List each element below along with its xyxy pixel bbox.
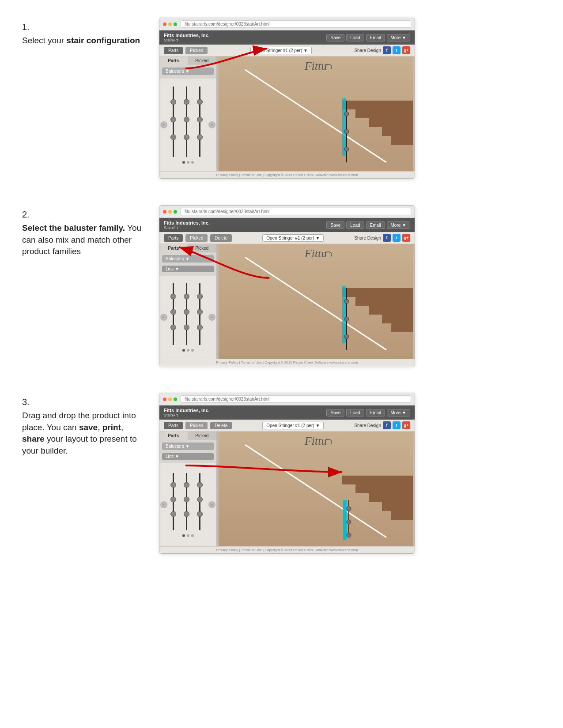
- app-logo-2: Fitts Industries, Inc. StainArt: [164, 220, 210, 230]
- svg-point-64: [197, 511, 202, 517]
- twitter-icon-2[interactable]: t: [393, 234, 401, 242]
- app-logo-3: Fitts Industries, Inc. StainArt: [164, 408, 210, 417]
- parts-btn-2[interactable]: Parts: [164, 234, 183, 242]
- email-btn-3[interactable]: Email: [366, 409, 385, 417]
- nav-left-3[interactable]: ‹: [160, 501, 167, 508]
- svg-point-2: [170, 99, 176, 105]
- svg-point-50: [344, 317, 349, 321]
- dot-3-a: [182, 534, 185, 537]
- svg-point-28: [170, 294, 176, 299]
- delete-btn-3[interactable]: Delete: [210, 422, 232, 429]
- more-btn-3[interactable]: More ▼: [387, 409, 410, 417]
- balusters-dropdown-3[interactable]: Balusters ▼: [162, 443, 214, 450]
- svg-point-30: [170, 325, 176, 330]
- app-content-1: Parts Picked Balusters ▼ ‹: [159, 56, 415, 171]
- browser-2: fitu.stairarls.com/designer/0023stairArt…: [159, 205, 415, 366]
- nav-right-1[interactable]: ›: [208, 121, 215, 128]
- load-btn-2[interactable]: Load: [346, 221, 364, 229]
- dot-1-c: [191, 161, 194, 164]
- app-header-2: Fitts Industries, Inc. StainArt Save Loa…: [159, 218, 415, 232]
- step-2-title: Select the baluster family. You can also…: [22, 222, 146, 258]
- app-header-btns-1: Save Load Email More ▼: [326, 34, 410, 41]
- dot-indicators-1: [182, 159, 194, 165]
- svg-point-77: [347, 533, 351, 537]
- share-label-2: Share Design: [354, 236, 381, 240]
- app-content-3: Parts Picked Balusters ▼ Linz ▼ ‹: [159, 432, 415, 546]
- svg-rect-46: [391, 323, 413, 332]
- svg-point-32: [184, 294, 189, 299]
- step-3-print: print: [102, 423, 121, 432]
- svg-rect-72: [391, 511, 413, 520]
- dot-3-b: [187, 534, 189, 537]
- app-logo-1: Fitts Industries, Inc. StainArt: [164, 33, 210, 42]
- svg-point-56: [170, 511, 176, 517]
- panel-tab-parts-3[interactable]: Parts: [159, 432, 188, 440]
- balusters-svg-2: [168, 281, 208, 347]
- svg-rect-68: [342, 476, 413, 484]
- step-3-title: Drag and drop the product into place. Yo…: [22, 410, 146, 457]
- load-btn-3[interactable]: Load: [346, 409, 364, 417]
- picked-btn-3[interactable]: Picked: [185, 422, 208, 429]
- share-design-2: Share Design f t g+: [354, 234, 410, 242]
- baluster-list-1: ‹: [159, 79, 216, 171]
- svg-point-59: [184, 497, 189, 502]
- gplus-icon-1[interactable]: g+: [402, 46, 410, 54]
- svg-point-8: [184, 135, 189, 140]
- left-panel-3: Parts Picked Balusters ▼ Linz ▼ ‹: [159, 432, 217, 546]
- svg-rect-18: [369, 118, 413, 127]
- svg-rect-45: [382, 315, 413, 323]
- gplus-icon-2[interactable]: g+: [402, 234, 410, 242]
- facebook-icon-2[interactable]: f: [383, 234, 391, 242]
- save-btn-3[interactable]: Save: [326, 409, 344, 417]
- browser-url-2: fitu.stairarls.com/designer/0023stairArt…: [181, 208, 411, 215]
- facebook-icon-1[interactable]: f: [383, 46, 391, 54]
- step-3-arrow: [181, 450, 349, 481]
- nav-right-2[interactable]: ›: [208, 314, 215, 321]
- step-1-screenshot: fitu.stairarls.com/designer/0023stairArt…: [159, 18, 541, 179]
- svg-rect-19: [382, 127, 413, 136]
- browser-dots-1: [163, 23, 177, 26]
- svg-point-29: [170, 309, 176, 315]
- dot-red-3: [163, 398, 166, 401]
- twitter-icon-1[interactable]: t: [393, 46, 401, 54]
- svg-point-76: [347, 520, 351, 524]
- app-logo-sub-2: StainArt: [164, 225, 210, 230]
- panel-tab-picked-3[interactable]: Picked: [188, 432, 217, 440]
- browser-url-3: fitu.stairarls.com/designer/0023stairArt…: [181, 395, 411, 403]
- email-btn-1[interactable]: Email: [366, 34, 385, 41]
- delete-btn-2[interactable]: Delete: [210, 234, 232, 242]
- stringer-dropdown-2[interactable]: Open Stringer #1 (2 per) ▼: [262, 234, 324, 242]
- step-3-text: 3. Drag and drop the product into place.…: [22, 393, 146, 457]
- nav-right-3[interactable]: ›: [208, 501, 215, 508]
- save-btn-2[interactable]: Save: [326, 221, 344, 229]
- more-btn-2[interactable]: More ▼: [387, 221, 410, 229]
- picked-btn-2[interactable]: Picked: [185, 234, 208, 242]
- svg-rect-47: [342, 286, 346, 343]
- nav-left-1[interactable]: ‹: [160, 121, 167, 128]
- twitter-icon-3[interactable]: t: [393, 421, 401, 429]
- app-footer-3: Privacy Policy | Terms of Use | Copyrigh…: [159, 546, 415, 553]
- svg-point-49: [344, 299, 349, 304]
- svg-rect-21: [342, 98, 346, 156]
- facebook-icon-3[interactable]: f: [383, 421, 391, 429]
- save-btn-1[interactable]: Save: [326, 34, 344, 41]
- svg-rect-20: [391, 136, 413, 145]
- svg-point-3: [170, 117, 176, 122]
- dot-green-2: [174, 210, 177, 214]
- dot-2-b: [187, 349, 189, 352]
- load-btn-1[interactable]: Load: [346, 34, 364, 41]
- step-1-number: 1.: [22, 22, 146, 32]
- parts-btn-3[interactable]: Parts: [164, 422, 183, 429]
- parts-btn-1[interactable]: Parts: [164, 47, 183, 54]
- app-logo-sub-3: StainArt: [164, 413, 210, 417]
- stringer-dropdown-3[interactable]: Open Stringer #1 (2 per) ▼: [262, 422, 324, 429]
- browser-dots-3: [163, 398, 177, 401]
- step-3-block: 3. Drag and drop the product into place.…: [22, 393, 541, 554]
- email-btn-2[interactable]: Email: [366, 221, 385, 229]
- app-logo-text-2: Fitts Industries, Inc.: [164, 220, 210, 225]
- svg-text:Fittu: Fittu: [304, 435, 327, 447]
- gplus-icon-3[interactable]: g+: [402, 421, 410, 429]
- nav-left-2[interactable]: ‹: [160, 314, 167, 321]
- browser-dots-2: [163, 210, 177, 214]
- more-btn-1[interactable]: More ▼: [387, 34, 410, 41]
